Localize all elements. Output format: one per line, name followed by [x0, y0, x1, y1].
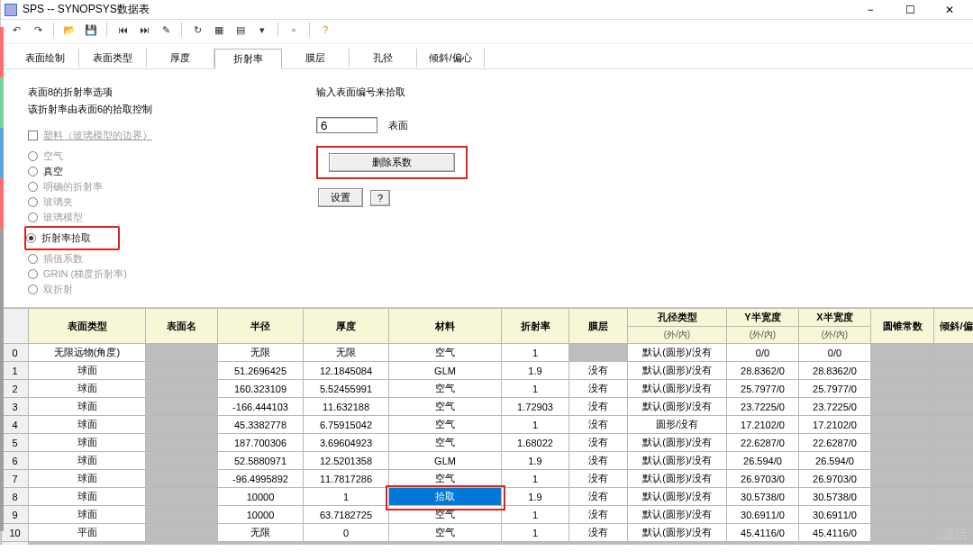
undo-icon[interactable]: ↶: [8, 22, 24, 38]
col-name[interactable]: 表面名: [146, 309, 218, 344]
table-row[interactable]: 7球面-96.499589211.7817286空气1没有默认(圆形)/没有26…: [2, 470, 974, 488]
cell-coat[interactable]: 没有: [569, 488, 628, 506]
cell-thick[interactable]: 无限: [304, 344, 389, 362]
refresh-icon[interactable]: ↻: [189, 22, 205, 38]
cell-xhw[interactable]: 28.8362/0: [799, 362, 871, 380]
cell-xhw[interactable]: 17.2102/0: [799, 416, 871, 434]
row-number[interactable]: 0: [2, 344, 29, 362]
cell-type[interactable]: 平面: [29, 524, 146, 542]
cell-name[interactable]: [146, 416, 218, 434]
cell-name[interactable]: [146, 470, 218, 488]
col-thick[interactable]: 厚度: [304, 309, 389, 344]
grid2-icon[interactable]: ▤: [232, 22, 249, 38]
table-row[interactable]: 2球面160.3231095.52455991空气1没有默认(圆形)/没有25.…: [2, 380, 974, 398]
col-mat[interactable]: 材料: [389, 309, 502, 344]
cell-tilt[interactable]: [934, 470, 974, 488]
cell-index[interactable]: [502, 542, 569, 546]
row-number[interactable]: 7: [2, 470, 29, 488]
cell-name[interactable]: [146, 524, 218, 542]
tab-index[interactable]: 折射率: [214, 49, 282, 69]
cell-radius[interactable]: 10000: [218, 488, 304, 506]
close-button[interactable]: ✕: [930, 1, 969, 19]
cell-type[interactable]: 球面: [29, 434, 146, 452]
cell-coat[interactable]: 没有: [569, 506, 628, 524]
cell-aperture[interactable]: 默认(圆形)/没有: [628, 380, 727, 398]
col-coat[interactable]: 膜层: [569, 309, 628, 344]
cell-mat[interactable]: 空气: [389, 416, 502, 434]
table-row[interactable]: 9球面1000063.7182725空气1没有默认(圆形)/没有30.6911/…: [2, 506, 974, 524]
radio-explicit[interactable]: [28, 182, 38, 192]
cell-aperture[interactable]: 默认(圆形)/没有: [628, 488, 727, 506]
cell-yhw[interactable]: 22.6287/0: [727, 434, 799, 452]
cell-yhw[interactable]: 23.7225/0: [727, 398, 799, 416]
cell-conic[interactable]: [871, 452, 934, 470]
col-aperture[interactable]: 孔径类型: [628, 309, 727, 327]
cell-thick[interactable]: 12.1845084: [304, 362, 389, 380]
cell-mat[interactable]: 空气: [389, 434, 502, 452]
new-icon[interactable]: ▫: [286, 22, 302, 38]
cell-type[interactable]: [29, 542, 146, 546]
cell-conic[interactable]: [871, 398, 934, 416]
cell-tilt[interactable]: [934, 434, 974, 452]
cell-index[interactable]: 1: [502, 524, 569, 542]
cell-index[interactable]: 1.9: [502, 362, 569, 380]
cell-conic[interactable]: [871, 380, 934, 398]
row-number[interactable]: 9: [2, 506, 29, 524]
cell-coat[interactable]: 没有: [569, 452, 628, 470]
cell-type[interactable]: 球面: [29, 488, 146, 506]
cell-name[interactable]: [146, 542, 218, 546]
cell-thick[interactable]: 5.52455991: [304, 380, 389, 398]
cell-radius[interactable]: 无限: [218, 524, 304, 542]
set-button[interactable]: 设置: [318, 188, 363, 207]
cell-tilt[interactable]: [934, 362, 974, 380]
redo-icon[interactable]: ↷: [30, 22, 46, 38]
row-number[interactable]: 6: [2, 452, 29, 470]
first-icon[interactable]: ⏮: [114, 22, 131, 38]
cell-mat[interactable]: [389, 542, 502, 546]
cell-name[interactable]: [146, 344, 218, 362]
save-icon[interactable]: 💾: [83, 22, 99, 38]
row-number[interactable]: 8: [2, 488, 29, 506]
cell-yhw[interactable]: 30.6911/0: [727, 506, 799, 524]
cell-coat[interactable]: 没有: [569, 398, 628, 416]
cell-mat[interactable]: 空气: [389, 524, 502, 542]
radio-interp[interactable]: [28, 254, 38, 264]
cell-aperture[interactable]: 默认(圆形)/没有: [628, 452, 727, 470]
table-row[interactable]: 1球面51.269642512.1845084GLM1.9没有默认(圆形)/没有…: [2, 362, 974, 380]
row-number[interactable]: 3: [2, 398, 29, 416]
cell-index[interactable]: 1: [502, 380, 569, 398]
cell-yhw[interactable]: [727, 542, 799, 546]
cell-aperture[interactable]: 默认(圆形)/没有: [628, 362, 727, 380]
cell-conic[interactable]: [871, 506, 934, 524]
cell-coat[interactable]: 没有: [569, 434, 628, 452]
radio-vacuum[interactable]: [28, 167, 38, 176]
cell-type[interactable]: 球面: [29, 362, 146, 380]
surface-number-input[interactable]: [316, 117, 377, 133]
cell-conic[interactable]: [871, 416, 934, 434]
caret-down-icon[interactable]: ▾: [254, 22, 270, 38]
cell-conic[interactable]: [871, 524, 934, 542]
cell-radius[interactable]: -166.444103: [218, 398, 304, 416]
cell-coat[interactable]: 没有: [569, 380, 628, 398]
cell-xhw[interactable]: 30.5738/0: [799, 488, 871, 506]
cell-name[interactable]: [146, 506, 218, 524]
plastic-checkbox[interactable]: [28, 131, 38, 140]
cell-conic[interactable]: [871, 362, 934, 380]
cell-mat[interactable]: 空气: [389, 380, 502, 398]
cell-index[interactable]: 1: [502, 506, 569, 524]
cell-thick[interactable]: [304, 542, 389, 546]
table-row[interactable]: 10平面无限0空气1没有默认(圆形)/没有45.4116/045.4116/0: [2, 524, 974, 542]
cell-thick[interactable]: 0: [304, 524, 389, 542]
cell-yhw[interactable]: 30.5738/0: [727, 488, 799, 506]
cell-radius[interactable]: 51.2696425: [218, 362, 304, 380]
cell-conic[interactable]: [871, 344, 934, 362]
maximize-button[interactable]: ☐: [890, 1, 930, 19]
table-row[interactable]: 8球面100001拾取1.9没有默认(圆形)/没有30.5738/030.573…: [2, 488, 974, 506]
cell-radius[interactable]: 10000: [218, 506, 304, 524]
col-type[interactable]: 表面类型: [29, 309, 146, 344]
table-row[interactable]: 3球面-166.44410311.632188空气1.72903没有默认(圆形)…: [2, 398, 974, 416]
cell-index[interactable]: 1: [502, 416, 569, 434]
surface-table[interactable]: 表面类型 表面名 半径 厚度 材料 折射率 膜层 孔径类型 Y半宽度 X半宽度 …: [1, 308, 973, 545]
cell-radius[interactable]: [218, 542, 304, 546]
tab-thickness[interactable]: 厚度: [147, 49, 214, 68]
